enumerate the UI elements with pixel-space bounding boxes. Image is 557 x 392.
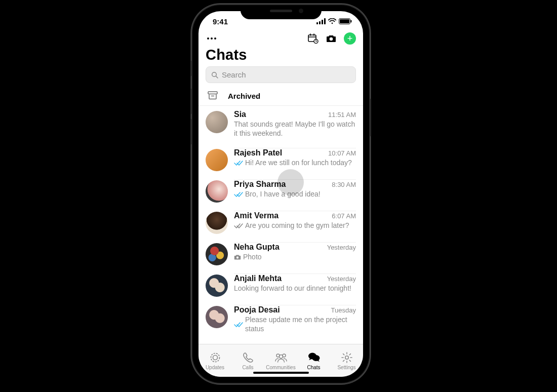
chat-row[interactable]: Priya Sharma 8:30 AM Bro, I have a good … [198, 175, 363, 207]
tab-label: Settings [337, 365, 355, 370]
calls-icon [242, 351, 254, 364]
notch [241, 5, 322, 19]
avatar[interactable] [206, 149, 228, 171]
chat-preview: Hi! Are we still on for lunch today? [245, 159, 356, 168]
plus-icon: + [347, 34, 353, 43]
tab-label: Updates [206, 365, 224, 370]
battery-icon [339, 18, 352, 24]
svg-rect-1 [319, 21, 321, 24]
chats-icon [307, 351, 321, 364]
chat-preview: Looking forward to our dinner tonight! [234, 284, 356, 293]
search-input[interactable] [221, 70, 350, 80]
photo-icon [234, 254, 241, 260]
tab-updates[interactable]: Updates [198, 344, 231, 377]
chat-row[interactable]: Amit Verma 6:07 AM Are you coming to the… [198, 207, 363, 238]
calendar-icon[interactable] [307, 33, 319, 44]
tab-label: Calls [242, 365, 253, 370]
svg-point-27 [345, 356, 348, 359]
tab-settings[interactable]: Settings [330, 344, 363, 377]
chat-name: Rajesh Patel [234, 148, 282, 158]
chat-row[interactable]: Rajesh Patel 10:07 AM Hi! Are we still o… [198, 144, 363, 175]
chat-row[interactable]: Sia 11:51 AM That sounds great! Maybe I'… [198, 106, 363, 144]
updates-icon [209, 351, 221, 364]
svg-rect-5 [340, 19, 349, 23]
toolbar: + [198, 31, 363, 46]
svg-line-34 [343, 360, 344, 361]
wifi-icon [328, 18, 336, 24]
avatar[interactable] [206, 243, 228, 265]
chat-preview: Are you coming to the gym later? [245, 221, 356, 230]
svg-line-16 [216, 76, 218, 78]
volume-down-button [190, 119, 192, 144]
chat-name: Sia [234, 110, 246, 119]
svg-line-33 [349, 360, 350, 361]
chat-time: 10:07 AM [328, 149, 356, 157]
silent-switch [190, 61, 192, 76]
chat-name: Amit Verma [234, 211, 278, 220]
speaker-grille [270, 10, 292, 12]
search-icon [211, 71, 218, 79]
tab-label: Communities [266, 365, 295, 370]
chat-time: Yesterday [327, 275, 356, 283]
chat-preview: That sounds great! Maybe I'll go watch i… [234, 120, 356, 138]
chat-list[interactable]: Sia 11:51 AM That sounds great! Maybe I'… [198, 106, 363, 338]
chat-name: Priya Sharma [234, 180, 286, 189]
chat-row[interactable]: Pooja Desai Tuesday Please update me on … [198, 301, 363, 338]
chat-time: 6:07 AM [332, 212, 356, 220]
chat-name: Neha Gupta [234, 243, 280, 252]
svg-point-26 [312, 355, 320, 361]
archive-icon [208, 91, 218, 100]
power-button [369, 99, 371, 136]
svg-rect-0 [316, 22, 318, 24]
avatar[interactable] [206, 306, 228, 328]
chat-preview: Bro, I have a good idea! [245, 190, 356, 199]
svg-rect-3 [324, 18, 326, 24]
archived-label: Archived [228, 92, 260, 100]
svg-line-35 [349, 354, 350, 355]
svg-point-19 [236, 256, 238, 258]
avatar[interactable] [206, 212, 228, 234]
chat-time: 8:30 AM [332, 181, 356, 188]
chat-row[interactable]: Anjali Mehta Yesterday Looking forward t… [198, 269, 363, 301]
svg-point-21 [213, 355, 217, 360]
svg-point-14 [330, 37, 333, 41]
avatar[interactable] [206, 180, 228, 203]
chat-time: 11:51 AM [328, 111, 356, 119]
chat-time: Yesterday [327, 244, 356, 251]
avatar[interactable] [206, 275, 228, 297]
phone-frame: 9:41 [192, 5, 369, 383]
svg-point-20 [211, 353, 219, 362]
signal-icon [316, 18, 326, 24]
search-field[interactable] [206, 66, 356, 83]
page-title: Chats [198, 46, 363, 66]
camera-icon[interactable] [326, 34, 337, 43]
chat-name: Pooja Desai [234, 305, 280, 315]
communities-icon [274, 351, 288, 364]
chat-name: Anjali Mehta [234, 274, 282, 283]
svg-rect-6 [351, 20, 352, 23]
read-ticks-icon [234, 322, 243, 328]
status-time: 9:41 [213, 17, 228, 26]
delivered-ticks-icon [234, 223, 243, 229]
read-ticks-icon [234, 160, 243, 166]
chat-time: Tuesday [331, 306, 356, 314]
svg-point-24 [279, 355, 283, 358]
settings-icon [341, 351, 353, 364]
avatar[interactable] [206, 111, 228, 133]
archived-row[interactable]: Archived [198, 86, 363, 106]
read-ticks-icon [234, 191, 243, 198]
svg-rect-17 [208, 92, 217, 94]
volume-up-button [190, 89, 192, 114]
svg-line-32 [343, 354, 344, 355]
home-indicator[interactable] [253, 372, 309, 374]
svg-rect-2 [322, 20, 323, 24]
new-chat-button[interactable]: + [344, 32, 356, 45]
screen: 9:41 [198, 11, 363, 377]
chat-row[interactable]: Neha Gupta Yesterday Photo [198, 238, 363, 269]
chat-preview: Please update me on the project status [245, 316, 356, 333]
chat-preview: Photo [243, 253, 356, 262]
tab-label: Chats [307, 365, 320, 370]
more-button[interactable] [206, 37, 218, 40]
selfie-camera [299, 9, 303, 13]
